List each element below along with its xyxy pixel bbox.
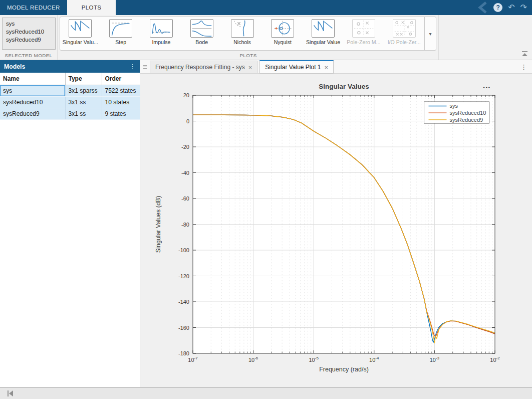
y-tick-label: -80	[181, 222, 189, 228]
ribbon-tabbar: MODEL REDUCER PLOTS ? ↶ ↷	[0, 0, 532, 15]
model-type-cell: 3x1 sparss	[65, 85, 102, 97]
collapse-ribbon-button[interactable]	[521, 51, 528, 57]
model-name-cell: sys	[0, 85, 65, 97]
y-tick-label: -40	[181, 170, 189, 176]
gallery-item-singular-value[interactable]: Singular Value	[303, 17, 344, 50]
x-axis-label: Frequency (rad/s)	[319, 366, 369, 373]
models-panel-header: Models ⋮	[0, 60, 140, 73]
io-pole-zero-icon	[393, 19, 416, 38]
panel-grip-icon[interactable]	[140, 60, 148, 73]
chart-title: Singular Values	[319, 83, 369, 90]
model-order-cell: 7522 states	[102, 85, 140, 97]
help-icon: ?	[496, 4, 500, 11]
table-row[interactable]: sysReduced10 3x1 ss 10 states	[0, 97, 140, 108]
collapse-ribbon-icon	[521, 51, 528, 57]
singular-value-plot-icon	[312, 19, 335, 38]
chevron-left-icon	[477, 2, 488, 14]
legend-entry-label: sysReduced9	[450, 117, 483, 123]
models-panel: Models ⋮ Name Type Order sys 3x1 sparss …	[0, 60, 140, 387]
gallery-item-nichols[interactable]: Nichols	[222, 17, 262, 50]
gallery-dropdown-button[interactable]: ▾	[424, 17, 436, 50]
model-type-cell: 3x1 ss	[65, 108, 102, 120]
gallery-item-bode[interactable]: Bode	[181, 17, 222, 50]
step-plot-icon	[109, 19, 132, 38]
selected-model-line: sysReduced9	[6, 36, 52, 44]
models-table-header-row: Name Type Order	[0, 73, 140, 85]
chevron-down-icon: ▾	[429, 31, 432, 37]
column-header-type[interactable]: Type	[65, 73, 102, 85]
y-tick-label: -120	[178, 273, 189, 279]
model-name-cell: sysReduced10	[0, 97, 65, 108]
nichols-plot-icon	[231, 19, 254, 38]
singular-values-icon	[69, 19, 92, 38]
quick-access-toolbar: ? ↶ ↷	[477, 0, 527, 15]
undo-icon[interactable]: ↶	[508, 4, 514, 12]
plots-gallery-caption: PLOTS	[58, 53, 438, 58]
tab-label: Singular Value Plot 1	[265, 64, 321, 71]
tab-model-reducer[interactable]: MODEL REDUCER	[0, 0, 67, 15]
gallery-item-singular-values[interactable]: Singular Valu...	[60, 17, 101, 50]
y-axis-label: Singular Values (dB)	[155, 196, 162, 253]
x-tick-label: 10-6	[248, 356, 258, 363]
x-tick-label: 10-3	[430, 356, 440, 363]
y-tick-label: -160	[178, 325, 189, 331]
tab-frequency-response-fitting[interactable]: Frequency Response Fitting - sys ×	[150, 61, 257, 73]
gallery-item-label: Nichols	[233, 39, 251, 45]
gallery-item-label: I/O Pole-Zer...	[388, 39, 421, 45]
status-bar	[0, 387, 532, 399]
table-row[interactable]: sysReduced9 3x1 ss 9 states	[0, 108, 140, 120]
document-tabbar: Frequency Response Fitting - sys × Singu…	[140, 60, 532, 74]
gallery-item-label: Step	[115, 39, 126, 45]
y-tick-label: 0	[186, 118, 189, 124]
ribbon-body: sys sysReduced10 sysReduced9 SELECTED MO…	[0, 15, 532, 60]
gallery-item-step[interactable]: Step	[101, 17, 141, 50]
gallery-item-nyquist[interactable]: Nyquist	[262, 17, 303, 50]
selected-model-line: sys	[6, 20, 52, 28]
model-name-cell: sysReduced9	[0, 108, 65, 120]
column-header-name[interactable]: Name	[0, 73, 65, 85]
column-header-order[interactable]: Order	[102, 73, 140, 85]
legend-entry-label: sysReduced10	[450, 110, 486, 116]
tab-plots[interactable]: PLOTS	[67, 0, 116, 15]
plots-gallery: Singular Valu... Step Impulse	[60, 17, 436, 51]
selected-model-section: sys sysReduced10 sysReduced9 SELECTED MO…	[0, 15, 58, 60]
gallery-item-label: Singular Valu...	[63, 39, 98, 45]
x-tick-label: 10-5	[309, 356, 319, 363]
singular-values-chart: 10-710-610-510-410-310-2200-20-40-60-80-…	[140, 74, 532, 387]
close-icon[interactable]: ×	[325, 64, 329, 71]
redo-icon[interactable]: ↷	[520, 4, 527, 12]
gallery-item-label: Impulse	[152, 39, 170, 45]
y-tick-label: -20	[181, 144, 189, 150]
nyquist-plot-icon	[271, 19, 294, 38]
y-tick-label: -100	[178, 247, 189, 253]
gallery-item-label: Bode	[195, 39, 208, 45]
gallery-item-impulse[interactable]: Impulse	[141, 17, 182, 50]
x-tick-label: 10-2	[490, 356, 500, 363]
plots-gallery-section: Singular Valu... Step Impulse	[58, 15, 439, 60]
legend-entry-label: sys	[450, 103, 458, 109]
help-button[interactable]: ?	[493, 3, 502, 12]
y-tick-label: -60	[181, 195, 189, 202]
model-order-cell: 10 states	[102, 97, 140, 108]
document-menu-icon[interactable]: ⋮	[520, 63, 532, 71]
axes-options-icon[interactable]: •••	[483, 85, 491, 90]
tab-singular-value-plot[interactable]: Singular Value Plot 1 ×	[259, 60, 334, 74]
selected-model-line: sysReduced10	[6, 28, 52, 36]
tab-label: Frequency Response Fitting - sys	[155, 64, 245, 71]
x-tick-label: 10-4	[369, 356, 379, 363]
y-tick-label: -140	[178, 299, 189, 305]
pole-zero-map-icon	[352, 19, 375, 38]
impulse-plot-icon	[150, 19, 173, 38]
close-icon[interactable]: ×	[248, 64, 252, 71]
skip-to-start-icon[interactable]	[7, 389, 14, 397]
table-row[interactable]: sys 3x1 sparss 7522 states	[0, 85, 140, 97]
bode-plot-icon	[190, 19, 213, 38]
gallery-item-io-pole-zero: I/O Pole-Zer...	[384, 17, 424, 50]
panel-menu-icon[interactable]: ⋮	[129, 63, 136, 70]
gallery-item-label: Pole-Zero M...	[347, 39, 380, 45]
selected-model-box[interactable]: sys sysReduced10 sysReduced9	[2, 18, 56, 50]
model-order-cell: 9 states	[102, 108, 140, 120]
y-tick-label: 20	[183, 92, 189, 98]
model-type-cell: 3x1 ss	[65, 97, 102, 108]
models-panel-title: Models	[4, 63, 25, 70]
